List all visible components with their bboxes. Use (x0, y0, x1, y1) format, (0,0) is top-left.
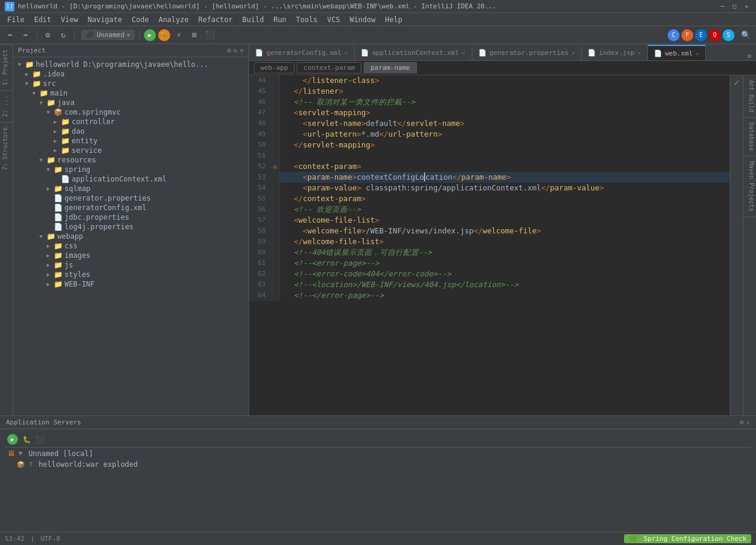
opera-icon[interactable]: O (709, 29, 721, 41)
tree-css[interactable]: ▶ 📁 css (13, 241, 248, 251)
tab-appctx[interactable]: 📄 applicationContext.xml ✕ (355, 45, 472, 60)
menu-view[interactable]: View (56, 14, 83, 25)
sync-button[interactable]: ↻ (57, 29, 70, 42)
menu-analyze[interactable]: Analyze (153, 14, 193, 25)
status-encoding: UTF-8 (41, 535, 60, 543)
tree-genprop[interactable]: ▶ 📄 generator.properties (13, 193, 248, 203)
rvtab-database[interactable]: Database (743, 118, 756, 156)
line-num-44: 44 (249, 75, 271, 86)
tree-controller[interactable]: ▶ 📁 controller (13, 117, 248, 127)
tree-js[interactable]: ▶ 📁 js (13, 260, 248, 270)
menu-vcs[interactable]: VCS (322, 14, 345, 25)
tree-main[interactable]: ▼ 📁 main (13, 88, 248, 98)
menu-edit[interactable]: Edit (29, 14, 56, 25)
tab-indexjsp[interactable]: 📄 index.jsp ✕ (582, 45, 648, 60)
maximize-button[interactable]: □ (730, 2, 739, 11)
run-button[interactable]: ▶ (144, 29, 156, 41)
tree-src[interactable]: ▼ 📁 src (13, 79, 248, 88)
tree-package[interactable]: ▼ 📦 com.springmvc (13, 107, 248, 117)
tree-java[interactable]: ▼ 📁 java (13, 98, 248, 107)
tree-arrow-webapp: ▼ (39, 233, 47, 239)
tab-generatorconfig[interactable]: 📄 generatorConfig.xml ✕ (249, 45, 355, 60)
spring-config-badge[interactable]: 🌿 Spring Configuration Check (624, 534, 751, 543)
tab-webxml[interactable]: 📄 web.xml ✕ (648, 45, 706, 60)
rvtab-antbuild[interactable]: Ant Build (743, 75, 756, 118)
validation-check-icon[interactable]: ✓ (730, 75, 743, 90)
debug-button[interactable]: 🐛 (158, 29, 170, 41)
tree-root[interactable]: ▼ 📁 helloworld D:\programing\javaee\hell… (13, 60, 248, 69)
tree-dao[interactable]: ▶ 📁 dao (13, 127, 248, 136)
tree-webapp[interactable]: ▼ 📁 webapp (13, 232, 248, 241)
spring-badge-text: Spring Configuration Check (644, 535, 746, 543)
tree-images[interactable]: ▶ 📁 images (13, 251, 248, 260)
tab-webxml-close[interactable]: ✕ (696, 50, 699, 57)
artifact-item[interactable]: 📦 ? helloworld:war exploded (5, 459, 751, 470)
panel-sync-icon[interactable]: ↻ (233, 47, 238, 54)
xml-tab-webapp[interactable]: web-app (254, 62, 294, 73)
coverage-button[interactable]: ⚡ (173, 29, 186, 42)
panel-gear-icon[interactable]: ⚙ (227, 47, 231, 54)
tree-idea[interactable]: ▶ 📁 .idea (13, 69, 248, 79)
settings-button[interactable]: ⚙ (41, 29, 54, 42)
tree-arrow-resources: ▼ (39, 157, 47, 163)
back-button[interactable]: ⬅ (4, 29, 17, 42)
search-button[interactable]: 🔍 (739, 29, 752, 42)
menu-window[interactable]: Window (345, 14, 380, 25)
line-content-57: <welcome-file-list> (280, 215, 730, 226)
menu-tools[interactable]: Tools (291, 14, 322, 25)
tree-jdbc[interactable]: ▶ 📄 jdbc.properties (13, 213, 248, 222)
ie-icon[interactable]: E (695, 29, 707, 41)
panel-close-icon[interactable]: ✕ (239, 47, 244, 54)
vtab-unknown[interactable]: 2: ... (0, 90, 13, 122)
menu-refactor[interactable]: Refactor (193, 14, 238, 25)
tree-item-genconfig: generatorConfig.xml (64, 204, 146, 212)
tree-spring[interactable]: ▼ 📁 spring (13, 165, 248, 174)
tree-entity[interactable]: ▶ 📁 entity (13, 136, 248, 146)
xml-tab-paramname[interactable]: param-name (364, 62, 416, 73)
run-config-selector[interactable]: ⬛ Unnamed ▼ (81, 30, 135, 40)
firefox-icon[interactable]: F (681, 29, 693, 41)
tree-webinf[interactable]: ▶ 📁 WEB-INF (13, 279, 248, 289)
menu-help[interactable]: Help (380, 14, 407, 25)
server-stop-icon[interactable]: ⬛ (36, 436, 44, 444)
xml-tab-contextparam[interactable]: context-param (297, 62, 361, 73)
safari-icon[interactable]: S (723, 29, 735, 41)
server-run-button[interactable]: ▶ (7, 434, 18, 445)
tree-item-service: service (72, 146, 102, 155)
tree-resources[interactable]: ▼ 📁 resources (13, 155, 248, 165)
menu-file[interactable]: File (2, 14, 29, 25)
minimize-button[interactable]: ─ (718, 2, 727, 11)
tree-log4j[interactable]: ▶ 📄 log4j.properties (13, 222, 248, 232)
tab-generatorconfig-close[interactable]: ✕ (345, 50, 348, 56)
profile-button[interactable]: ⊞ (188, 29, 201, 42)
tab-appctx-close[interactable]: ✕ (462, 50, 466, 56)
forward-button[interactable]: ➡ (19, 29, 32, 42)
bottom-panel-settings[interactable]: ⚙ (740, 418, 744, 426)
menu-navigate[interactable]: Navigate (83, 14, 127, 25)
tab-indexjsp-close[interactable]: ✕ (638, 50, 641, 56)
tree-styles[interactable]: ▶ 📁 styles (13, 270, 248, 279)
server-item-unnamed[interactable]: 🖥 ▼ Unnamed [local] (5, 448, 751, 459)
tab-genprop[interactable]: 📄 generator.properties ✕ (472, 45, 582, 60)
tree-item-idea: .idea (43, 70, 64, 78)
tree-service[interactable]: ▶ 📁 service (13, 146, 248, 155)
vtab-structure[interactable]: 7: Structure (0, 122, 13, 175)
stop-button[interactable]: ⬛ (204, 29, 217, 42)
code-editor[interactable]: 44 </listener-class> 45 </listener> 46 (249, 75, 730, 415)
tree-appctx[interactable]: ▶ 📄 applicationContext.xml (13, 174, 248, 184)
tree-genconfig[interactable]: ▶ 📄 generatorConfig.xml (13, 203, 248, 213)
tab-genprop-close[interactable]: ✕ (571, 50, 575, 56)
server-debug-icon[interactable]: 🐛 (23, 436, 31, 444)
chrome-icon[interactable]: C (668, 29, 680, 41)
rvtab-maven[interactable]: Maven Projects (743, 156, 756, 217)
window-controls: ─ □ ✕ (718, 2, 751, 11)
tree-sqlmap[interactable]: ▶ 📁 sqlmap (13, 184, 248, 193)
menu-code[interactable]: Code (127, 14, 154, 25)
app-icon: IJ (5, 2, 14, 11)
tab-bar-overflow[interactable]: ≡ (743, 53, 756, 60)
vtab-project[interactable]: 1: Project (0, 44, 13, 90)
menu-run[interactable]: Run (269, 14, 291, 25)
bottom-panel-download[interactable]: ↓ (746, 418, 750, 426)
close-button[interactable]: ✕ (742, 2, 751, 11)
menu-build[interactable]: Build (238, 14, 269, 25)
